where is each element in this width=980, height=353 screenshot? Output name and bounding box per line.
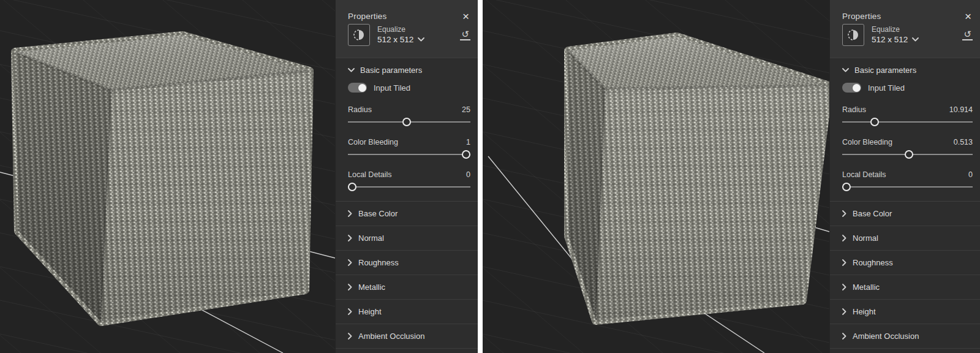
slider-label: Local Details — [842, 170, 886, 179]
section-height[interactable]: Height — [336, 300, 478, 324]
section-label: Ambient Occlusion — [358, 332, 424, 341]
section-label: Base Color — [853, 209, 892, 218]
section-metallic[interactable]: Metallic — [336, 275, 478, 300]
basic-parameters-header[interactable]: Basic parameters — [348, 63, 470, 77]
section-label: Normal — [853, 233, 878, 243]
section-ambient-occlusion[interactable]: Ambient Occlusion — [336, 324, 478, 349]
chevron-right-icon — [842, 333, 846, 340]
panel-header: Properties × Equalize 512 x 512 — [830, 0, 980, 58]
slider-track[interactable] — [842, 147, 973, 162]
section-label: Base Color — [358, 209, 398, 218]
basic-parameters-header[interactable]: Basic parameters — [842, 63, 973, 77]
slider-handle[interactable] — [842, 183, 851, 191]
section-label: Roughness — [853, 258, 893, 267]
chevron-right-icon — [842, 284, 846, 290]
section-normal[interactable]: Normal — [336, 226, 478, 251]
slider-handle[interactable] — [402, 118, 411, 126]
viewport-canvas-right — [483, 0, 829, 353]
reset-icon[interactable]: ↺ — [962, 30, 973, 40]
section-label: Ambient Occlusion — [853, 332, 919, 341]
local-details-slider: Local Details 0 — [348, 170, 470, 194]
section-roughness[interactable]: Roughness — [336, 251, 478, 275]
slider-handle[interactable] — [870, 118, 879, 126]
chevron-right-icon — [348, 235, 352, 241]
radius-slider: Radius 10.914 — [842, 105, 973, 129]
section-base-color[interactable]: Base Color — [830, 202, 980, 226]
slider-value[interactable]: 0 — [466, 170, 470, 179]
chevron-down-icon — [348, 68, 355, 72]
slider-value[interactable]: 25 — [462, 105, 470, 114]
equalize-filter-icon[interactable] — [348, 24, 370, 46]
filter-size-dropdown[interactable]: 512 x 512 — [872, 34, 962, 45]
slider-track-line — [348, 154, 470, 155]
slider-track-line — [348, 186, 470, 188]
slider-label: Radius — [842, 105, 866, 114]
section-normal[interactable]: Normal — [830, 226, 980, 251]
section-metallic[interactable]: Metallic — [830, 275, 980, 300]
screenshot-divider — [478, 0, 483, 353]
chevron-right-icon — [842, 235, 846, 241]
chevron-right-icon — [348, 210, 352, 217]
chevron-right-icon — [842, 308, 846, 315]
close-icon[interactable]: × — [461, 10, 470, 22]
toggle-knob — [853, 84, 861, 92]
slider-track[interactable] — [348, 115, 470, 129]
pane-right: Properties × Equalize 512 x 512 — [483, 0, 980, 353]
chevron-right-icon — [842, 210, 846, 217]
radius-slider: Radius 25 — [348, 105, 470, 129]
slider-label: Radius — [348, 105, 372, 114]
slider-track-line — [842, 121, 973, 123]
slider-track[interactable] — [348, 180, 470, 194]
slider-track[interactable] — [842, 115, 973, 129]
slider-value[interactable]: 10.914 — [949, 105, 973, 114]
panel-body: Basic parameters Input Tiled Radius 25 — [336, 63, 478, 349]
viewport-canvas-left — [0, 0, 335, 353]
slider-handle[interactable] — [462, 150, 470, 159]
filter-name: Equalize — [872, 25, 962, 34]
slider-value[interactable]: 0.513 — [954, 138, 973, 146]
filter-size-value: 512 x 512 — [377, 34, 413, 45]
basic-parameters-label: Basic parameters — [854, 66, 916, 75]
equalize-filter-icon[interactable] — [842, 24, 864, 46]
input-tiled-toggle[interactable]: Input Tiled — [348, 82, 470, 94]
section-height[interactable]: Height — [830, 300, 980, 324]
properties-panel-left: Properties × Equalize 512 x 512 — [335, 0, 478, 353]
panel-title: Properties — [348, 12, 387, 21]
slider-value[interactable]: 0 — [968, 170, 973, 179]
slider-handle[interactable] — [905, 150, 913, 159]
section-roughness[interactable]: Roughness — [830, 251, 980, 275]
input-tiled-toggle[interactable]: Input Tiled — [842, 82, 973, 94]
chevron-right-icon — [348, 333, 352, 340]
close-icon[interactable]: × — [963, 10, 973, 22]
filter-size-dropdown[interactable]: 512 x 512 — [377, 34, 460, 45]
chevron-right-icon — [842, 259, 846, 266]
slider-label: Color Bleeding — [348, 138, 398, 146]
slider-value[interactable]: 1 — [466, 138, 470, 146]
slider-handle[interactable] — [348, 183, 356, 191]
toggle-label: Input Tiled — [868, 83, 905, 93]
section-label: Metallic — [853, 283, 880, 292]
slider-track[interactable] — [348, 147, 470, 162]
properties-panel-right: Properties × Equalize 512 x 512 — [829, 0, 980, 353]
slider-track[interactable] — [842, 180, 973, 194]
slider-track-line — [842, 186, 973, 188]
chevron-right-icon — [348, 308, 352, 315]
filter-name: Equalize — [377, 25, 460, 34]
viewport-3d-right[interactable] — [483, 0, 829, 353]
reset-icon[interactable]: ↺ — [460, 30, 470, 40]
panel-header: Properties × Equalize 512 x 512 — [336, 0, 478, 58]
toggle-switch[interactable] — [842, 83, 861, 93]
viewport-3d-left[interactable] — [0, 0, 335, 353]
section-base-color[interactable]: Base Color — [336, 202, 478, 226]
section-label: Metallic — [358, 283, 385, 292]
color-bleeding-slider: Color Bleeding 1 — [348, 137, 470, 162]
chevron-right-icon — [348, 259, 352, 266]
section-label: Height — [358, 307, 382, 316]
slider-label: Local Details — [348, 170, 392, 179]
section-ambient-occlusion[interactable]: Ambient Occlusion — [830, 324, 980, 349]
pane-left: Properties × Equalize 512 x 512 — [0, 0, 478, 353]
basic-parameters-label: Basic parameters — [360, 66, 422, 75]
toggle-knob — [358, 84, 366, 92]
toggle-switch[interactable] — [348, 83, 367, 93]
section-label: Roughness — [358, 258, 399, 267]
